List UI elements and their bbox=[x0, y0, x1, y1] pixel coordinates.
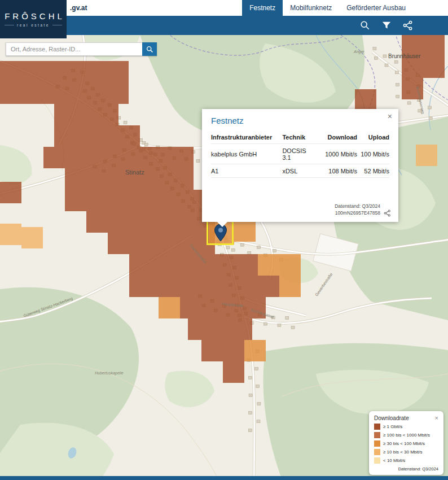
table-cell: kabelplus GmbH bbox=[211, 144, 282, 164]
map-label: Gewerbestraße bbox=[314, 272, 333, 297]
table-cell: 108 Mbit/s bbox=[316, 164, 357, 178]
map-canvas[interactable]: BrunnhäuserAngerStinatzHubertuskapelleGü… bbox=[0, 35, 448, 480]
provider-table: InfrastrukturanbieterTechnikDownloadUplo… bbox=[211, 130, 389, 178]
legend-items: ≥ 1 Gbit/s≥ 100 bis < 1000 Mbit/s≥ 30 bi… bbox=[374, 424, 438, 464]
legend-swatch bbox=[374, 424, 380, 430]
column-header: Upload bbox=[357, 130, 389, 144]
table-cell: 100 Mbit/s bbox=[357, 144, 389, 164]
legend-item: < 10 Mbit/s bbox=[374, 457, 438, 464]
search-button[interactable] bbox=[142, 42, 157, 56]
map-label: Hauptstraße bbox=[222, 302, 244, 308]
search-box bbox=[6, 42, 157, 56]
filter-icon[interactable] bbox=[381, 20, 392, 30]
froeschl-logo: FRÔSCHL real estate bbox=[0, 0, 67, 38]
table-cell: A1 bbox=[211, 164, 282, 178]
legend-item: ≥ 100 bis < 1000 Mbit/s bbox=[374, 432, 438, 438]
legend-swatch bbox=[374, 449, 380, 455]
column-header: Technik bbox=[282, 130, 316, 144]
legend-swatch bbox=[374, 432, 380, 438]
header-tabs: FestnetzMobilfunknetzGeförderter Ausbau bbox=[242, 0, 413, 16]
table-row: kabelplus GmbHDOCSIS 3.11000 Mbit/s100 M… bbox=[211, 144, 389, 164]
search-icon bbox=[146, 46, 153, 53]
footer-strip bbox=[0, 476, 448, 480]
legend: Downloadrate × ≥ 1 Gbit/s≥ 100 bis < 100… bbox=[369, 411, 443, 475]
map-label: Anger bbox=[354, 50, 364, 54]
legend-label: ≥ 1 Gbit/s bbox=[383, 424, 402, 429]
logo-rule bbox=[5, 25, 14, 25]
legend-title: Downloadrate bbox=[374, 415, 409, 421]
share-icon[interactable] bbox=[384, 210, 391, 217]
logo-subtitle: real estate bbox=[17, 23, 50, 27]
table-cell: xDSL bbox=[282, 164, 316, 178]
tab-mobilfunknetz[interactable]: Mobilfunknetz bbox=[283, 0, 339, 16]
legend-item: ≥ 1 Gbit/s bbox=[374, 424, 438, 430]
map-label: Kirchengasse bbox=[251, 308, 275, 319]
map-label: Hubertuskapelle bbox=[95, 371, 124, 375]
map-label: Stinatz bbox=[125, 169, 144, 176]
legend-swatch bbox=[374, 440, 380, 447]
legend-item: ≥ 30 bis < 100 Mbit/s bbox=[374, 440, 438, 447]
legend-label: ≥ 10 bis < 30 Mbit/s bbox=[383, 450, 423, 455]
popup-title: Festnetz bbox=[211, 116, 389, 125]
table-cell: 52 Mbit/s bbox=[357, 164, 389, 178]
popup-raster-id: 100mN26957E47858 bbox=[335, 210, 380, 217]
legend-label: ≥ 100 bis < 1000 Mbit/s bbox=[383, 433, 430, 438]
close-icon[interactable]: × bbox=[435, 415, 438, 421]
popup-pointer bbox=[217, 221, 228, 227]
close-icon[interactable]: × bbox=[388, 112, 392, 120]
search-icon[interactable] bbox=[360, 20, 370, 30]
legend-swatch bbox=[374, 457, 380, 464]
column-header: Infrastrukturanbieter bbox=[211, 130, 282, 144]
legend-item: ≥ 10 bis < 30 Mbit/s bbox=[374, 449, 438, 455]
map-label: Gartenstraße bbox=[189, 243, 207, 264]
legend-label: < 10 Mbit/s bbox=[383, 458, 405, 463]
table-cell: DOCSIS 3.1 bbox=[282, 144, 316, 164]
popup-footer: Datenstand: Q3/2024 100mN26957E47858 bbox=[335, 203, 391, 217]
tab-geförderter-ausbau[interactable]: Geförderter Ausbau bbox=[339, 0, 413, 16]
map-label: Güterweg Stinatz-Hackerberg bbox=[23, 296, 73, 318]
toolbar bbox=[0, 16, 448, 35]
table-row: A1xDSL108 Mbit/s52 Mbit/s bbox=[211, 164, 389, 178]
share-icon-toolbar[interactable] bbox=[403, 20, 413, 30]
logo-rule bbox=[52, 25, 62, 25]
map-label: Brunnhäuser bbox=[388, 53, 420, 59]
legend-datenstand: Datenstand: Q3/2024 bbox=[374, 466, 438, 472]
info-popup: Festnetz × InfrastrukturanbieterTechnikD… bbox=[202, 109, 398, 222]
search-input[interactable] bbox=[6, 42, 142, 56]
table-cell: 1000 Mbit/s bbox=[316, 144, 357, 164]
legend-label: ≥ 30 bis < 100 Mbit/s bbox=[383, 441, 425, 446]
map-label: Brunnhäuserweg bbox=[416, 86, 425, 115]
logo-title: FRÔSCHL bbox=[2, 11, 65, 21]
tab-festnetz[interactable]: Festnetz bbox=[242, 0, 283, 16]
top-bar: .gv.at FestnetzMobilfunknetzGeförderter … bbox=[0, 0, 448, 16]
column-header: Download bbox=[316, 130, 357, 144]
popup-datenstand: Datenstand: Q3/2024 bbox=[335, 203, 380, 210]
